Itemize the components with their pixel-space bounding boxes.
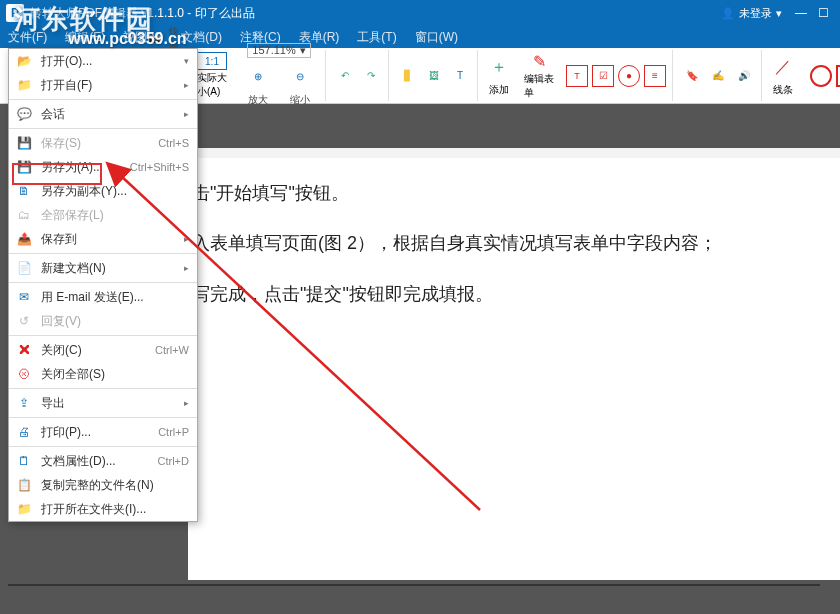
close-doc-icon: 🗙 — [15, 342, 33, 358]
app-logo-icon: P — [6, 4, 24, 22]
doc-line-2: 入表单填写页面(图 2），根据自身真实情况填写表单中字段内容； — [192, 218, 830, 268]
save-as-icon: 💾 — [15, 159, 33, 175]
doc-line-3: 写完成，点击"提交"按钮即完成填报。 — [192, 269, 830, 319]
menu-window[interactable]: 窗口(W) — [415, 29, 458, 46]
zoom-out-icon: ⊖ — [285, 62, 315, 92]
menu-new-doc[interactable]: 📄新建文档(N)▸ — [9, 256, 197, 280]
maximize-button[interactable]: ☐ — [812, 4, 834, 22]
doc-line-1: 击"开始填写"按钮。 — [192, 168, 830, 218]
chevron-right-icon: ▸ — [184, 80, 189, 90]
chevron-right-icon: ▸ — [184, 234, 189, 244]
save-to-icon: 📤 — [15, 231, 33, 247]
actual-size-label: 实际大小(A) — [197, 71, 227, 99]
signature-icon[interactable]: ✍ — [707, 65, 729, 87]
file-menu-dropdown: 📂打开(O)...▾ 📁打开自(F)▸ 💬会话▸ 💾保存(S)Ctrl+S 💾另… — [8, 48, 198, 522]
image-icon[interactable]: 🖼 — [423, 65, 445, 87]
chevron-down-icon: ▾ — [300, 44, 306, 57]
menu-session[interactable]: 💬会话▸ — [9, 102, 197, 126]
zoom-out-button[interactable]: ⊖ 缩小 — [281, 60, 319, 109]
save-copy-icon: 🗎 — [15, 183, 33, 199]
rotate-left-icon[interactable]: ↶ — [334, 65, 356, 87]
window-title: 转转大师PDF编辑器 v1.1.1.0 - 印了么出品 — [30, 5, 255, 22]
menu-print[interactable]: 🖨打印(P)...Ctrl+P — [9, 420, 197, 444]
menu-save-as[interactable]: 💾另存为(A)...Ctrl+Shift+S — [9, 155, 197, 179]
camera-icon[interactable]: 📷 — [146, 28, 163, 50]
edit-form-icon: ✎ — [524, 52, 554, 71]
chevron-down-icon: ▾ — [184, 56, 189, 66]
copy-name-icon: 📋 — [15, 477, 33, 493]
zoom-value: 157.11% — [252, 44, 295, 56]
menu-save-to[interactable]: 📤保存到▸ — [9, 227, 197, 251]
login-status[interactable]: 👤 未登录 ▾ — [721, 6, 782, 21]
zoom-in-icon: ⊕ — [243, 62, 273, 92]
edit-form-button[interactable]: ✎ 编辑表单 — [520, 50, 558, 101]
menu-close-all[interactable]: ⮾关闭全部(S) — [9, 362, 197, 386]
menu-bar: 文件(F) 编辑(E) 视图(V) 文档(D) 注释(C) 表单(R) 工具(T… — [0, 26, 840, 48]
line-tool-button[interactable]: ／ 线条 — [764, 50, 802, 101]
rectangle-icon[interactable] — [836, 65, 840, 87]
zoom-in-button[interactable]: ⊕ 放大 — [239, 60, 277, 109]
listbox-icon[interactable]: ≡ — [644, 65, 666, 87]
stamp-tools: 🔖 ✍ 🔊 — [675, 50, 762, 101]
fit-button[interactable]: 1:1 实际大小(A) — [193, 50, 231, 101]
chevron-right-icon: ▸ — [184, 398, 189, 408]
revert-icon: ↺ — [15, 313, 33, 329]
menu-document[interactable]: 文档(D) — [181, 29, 222, 46]
save-all-icon: 🗂 — [15, 207, 33, 223]
line-label: 线条 — [773, 83, 793, 97]
menu-save: 💾保存(S)Ctrl+S — [9, 131, 197, 155]
new-doc-icon: 📄 — [15, 260, 33, 276]
print-icon: 🖨 — [15, 424, 33, 440]
ellipse-icon[interactable] — [810, 65, 832, 87]
shape-tools: ⬠ — [804, 50, 840, 101]
chevron-right-icon: ▸ — [184, 109, 189, 119]
annotation-tools: ▊ 🖼 T — [391, 50, 478, 101]
line-icon: ／ — [768, 52, 798, 82]
radio-icon[interactable]: ● — [618, 65, 640, 87]
save-icon: 💾 — [15, 135, 33, 151]
menu-doc-props[interactable]: 🗒文档属性(D)...Ctrl+D — [9, 449, 197, 473]
title-bar: P 转转大师PDF编辑器 v1.1.1.0 - 印了么出品 👤 未登录 ▾ — … — [0, 0, 840, 26]
folder-location-icon: 📁 — [15, 501, 33, 517]
menu-close[interactable]: 🗙关闭(C)Ctrl+W — [9, 338, 197, 362]
session-icon: 💬 — [15, 106, 33, 122]
menu-save-all: 🗂全部保存(L) — [9, 203, 197, 227]
chevron-right-icon: ▸ — [184, 263, 189, 273]
menu-email[interactable]: ✉用 E-mail 发送(E)... — [9, 285, 197, 309]
close-all-icon: ⮾ — [15, 366, 33, 382]
properties-icon: 🗒 — [15, 453, 33, 469]
page-divider — [8, 584, 820, 586]
menu-file[interactable]: 文件(F) — [8, 29, 47, 46]
add-label: 添加 — [489, 83, 509, 97]
menu-open-containing[interactable]: 📁打开所在文件夹(I)... — [9, 497, 197, 521]
menu-revert: ↺回复(V) — [9, 309, 197, 333]
user-icon: 👤 — [721, 7, 735, 20]
checkbox-icon[interactable]: ☑ — [592, 65, 614, 87]
add-icon: ＋ — [484, 52, 514, 82]
zoom-combo[interactable]: 157.11% ▾ — [247, 43, 310, 58]
menu-copy-full-name[interactable]: 📋复制完整的文件名(N) — [9, 473, 197, 497]
menu-tools[interactable]: 工具(T) — [357, 29, 396, 46]
folder-open-icon: 📂 — [15, 53, 33, 69]
textfield-icon[interactable]: T — [566, 65, 588, 87]
stamp-icon[interactable]: 🔖 — [681, 65, 703, 87]
email-icon: ✉ — [15, 289, 33, 305]
highlight-icon[interactable]: ▊ — [397, 65, 419, 87]
menu-open[interactable]: 📂打开(O)...▾ — [9, 49, 197, 73]
menu-save-copy[interactable]: 🗎另存为副本(Y)... — [9, 179, 197, 203]
menu-open-from[interactable]: 📁打开自(F)▸ — [9, 73, 197, 97]
login-status-text: 未登录 — [739, 6, 772, 21]
add-button[interactable]: ＋ 添加 — [480, 50, 518, 101]
edit-form-label: 编辑表单 — [524, 72, 554, 100]
sound-icon[interactable]: 🔊 — [733, 65, 755, 87]
minimize-button[interactable]: — — [790, 4, 812, 22]
menu-edit[interactable]: 编辑(E) — [65, 29, 105, 46]
text-annot-icon[interactable]: T — [449, 65, 471, 87]
rotate-right-icon[interactable]: ↷ — [360, 65, 382, 87]
form-widgets: T ☑ ● ≡ — [560, 50, 673, 101]
export-icon: ⇪ — [15, 395, 33, 411]
chevron-down-icon: ▾ — [776, 7, 782, 20]
document-page: 击"开始填写"按钮。 入表单填写页面(图 2），根据自身真实情况填写表单中字段内… — [188, 158, 840, 580]
folder-icon: 📁 — [15, 77, 33, 93]
menu-export[interactable]: ⇪导出▸ — [9, 391, 197, 415]
